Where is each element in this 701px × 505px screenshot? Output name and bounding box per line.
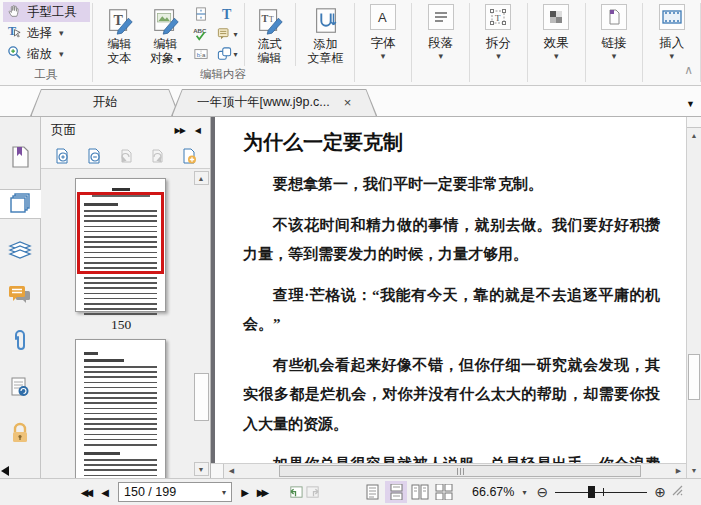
next-page-button[interactable]: ▶: [236, 482, 254, 502]
split-label: 拆分: [486, 35, 511, 52]
page-number-input[interactable]: 150 / 199 ▾: [118, 482, 232, 502]
previous-page-button[interactable]: ◀: [96, 482, 114, 502]
pages-panel-toolbar: [41, 144, 210, 169]
panel-collapse-icon[interactable]: ◀: [195, 126, 200, 135]
effect-icon: [543, 4, 569, 30]
horizontal-scroll-track[interactable]: [239, 464, 671, 478]
thumbnail-page-151[interactable]: [75, 339, 166, 478]
ribbon-group-tools: 手型工具 T 选择 ▾ 缩放 ▾ 工具: [0, 0, 92, 85]
horizontal-scrollbar[interactable]: ◀ ▶: [211, 463, 686, 478]
pdf-page[interactable]: 为什么一定要克制 要想拿第一，我们平时一定要非常克制。 不该花时间和精力做的事情…: [215, 117, 686, 463]
split-page-button[interactable]: [193, 6, 209, 22]
select-tool-button[interactable]: T 选择 ▾: [3, 23, 90, 43]
pages-panel-button[interactable]: [0, 189, 41, 219]
comments-panel-button[interactable]: [0, 281, 41, 311]
previous-view-button[interactable]: [286, 482, 304, 502]
signatures-panel-button[interactable]: [0, 373, 41, 403]
thumb-text-lines: [84, 277, 157, 315]
vertical-scroll-thumb[interactable]: [688, 354, 700, 400]
continuous-facing-view-button[interactable]: [433, 481, 455, 503]
tab-start[interactable]: 开始: [30, 89, 180, 116]
document-paragraph: 有些机会看起来好像不错，但你仔细一研究就会发现，其实很多都是烂机会，对你并没有什…: [243, 351, 660, 440]
zoom-slider-thumb[interactable]: [588, 486, 595, 498]
attachments-panel-button[interactable]: [0, 327, 41, 357]
document-viewport[interactable]: 为什么一定要克制 要想拿第一，我们平时一定要非常克制。 不该花时间和精力做的事情…: [211, 117, 686, 463]
tab-document-label: 一年顶十年[www.j9p.c...: [197, 94, 330, 111]
continuous-view-button[interactable]: [385, 481, 407, 503]
split-view-handle[interactable]: [687, 117, 701, 128]
vertical-scroll-track[interactable]: [687, 143, 701, 463]
ribbon-divider: [244, 3, 245, 66]
single-page-view-button[interactable]: [361, 481, 383, 503]
layers-panel-button[interactable]: [0, 235, 41, 265]
zoom-out-button[interactable]: ⊖: [536, 485, 548, 499]
edit-object-button[interactable]: 编辑 对象 ▾: [143, 0, 189, 69]
rotate-right-button[interactable]: [148, 147, 166, 165]
font-button[interactable]: A 字体 ▾: [355, 0, 412, 85]
horizontal-scroll-thumb[interactable]: [279, 465, 641, 477]
chevron-down-icon: ▾: [381, 52, 386, 60]
find-replace-button[interactable]: ba: [193, 46, 209, 62]
ribbon-divider: [295, 3, 296, 66]
scroll-up-icon[interactable]: ▲: [687, 128, 701, 143]
bookmarks-panel-button[interactable]: [0, 143, 41, 173]
edit-text-button[interactable]: T 编辑 文本: [97, 0, 143, 69]
zoom-tool-button[interactable]: 缩放 ▾: [3, 44, 90, 64]
document-paragraph: 不该花时间和精力做的事情，就别去做。我们要好好积攒力量，等到需要发力的时候，力量…: [243, 211, 660, 270]
scroll-right-icon[interactable]: ▶: [671, 464, 686, 478]
facing-view-button[interactable]: [409, 481, 431, 503]
panel-expand-icon[interactable]: ▶▶: [175, 126, 185, 135]
select-tool-label: 选择: [27, 25, 52, 42]
chevron-down-icon: ▾: [234, 50, 238, 59]
security-panel-button[interactable]: [0, 419, 41, 449]
zoom-in-button[interactable]: ⊕: [654, 485, 666, 499]
edit-object-label: 编辑 对象 ▾: [150, 37, 181, 67]
vertical-scrollbar[interactable]: ▲ ▼: [686, 117, 701, 478]
rotate-left-button[interactable]: [117, 147, 135, 165]
status-bar: ◀◀ ◀ 150 / 199 ▾ ▶ ▶▶ 66.67% ▾: [0, 478, 701, 505]
tab-document[interactable]: 一年顶十年[www.j9p.c... ×: [171, 89, 377, 116]
svg-text:T: T: [222, 7, 232, 22]
scroll-up-icon[interactable]: ▲: [194, 171, 209, 185]
thumbnail-zoom-in-button[interactable]: [53, 147, 71, 165]
scrollbar-corner-box[interactable]: [211, 464, 224, 478]
last-page-button[interactable]: ▶▶: [254, 482, 272, 502]
zoom-slider[interactable]: [555, 485, 647, 499]
hand-tool-button[interactable]: 手型工具: [3, 2, 90, 22]
thumbnail-page-150[interactable]: [75, 178, 166, 312]
add-article-box-button[interactable]: 添加 文章框: [298, 0, 354, 69]
callout-button[interactable]: ▾: [217, 26, 238, 42]
link-label: 链接: [601, 35, 626, 52]
split-icon: T: [485, 4, 511, 30]
hand-icon: [7, 3, 22, 21]
scroll-down-icon[interactable]: ▼: [194, 462, 209, 476]
document-paragraph: 要想拿第一，我们平时一定要非常克制。: [243, 170, 660, 200]
zoom-level-select[interactable]: 66.67% ▾: [472, 485, 526, 499]
link-button[interactable]: 链接 ▾: [586, 0, 643, 85]
paragraph-label: 段落: [428, 35, 453, 52]
paragraph-button[interactable]: 段落 ▾: [412, 0, 469, 85]
effect-button[interactable]: 效果 ▾: [528, 0, 585, 85]
first-page-button[interactable]: ◀◀: [78, 482, 96, 502]
thumbnail-scroll-track[interactable]: [194, 185, 209, 462]
shapes-button[interactable]: ▾: [217, 46, 238, 62]
add-text-button[interactable]: T: [217, 6, 238, 22]
scroll-left-icon[interactable]: ◀: [224, 464, 239, 478]
close-icon[interactable]: ×: [344, 95, 352, 110]
zoom-slider-tick: [603, 488, 604, 496]
window-resize-grip[interactable]: [672, 485, 683, 499]
ribbon-collapse-button[interactable]: ∧: [684, 63, 693, 77]
spellcheck-button[interactable]: ABC: [193, 26, 209, 42]
thumbnail-scrollbar[interactable]: ▲ ▼: [193, 171, 209, 476]
thumbnail-scroll-thumb[interactable]: [194, 373, 209, 421]
thumbnail-list: 150 ▲ ▼: [41, 169, 210, 478]
split-button[interactable]: T 拆分 ▾: [470, 0, 527, 85]
next-view-button[interactable]: [304, 482, 322, 502]
scroll-down-icon[interactable]: ▼: [687, 463, 701, 478]
panel-corner-toggle[interactable]: [1, 466, 9, 476]
tab-list-menu-icon[interactable]: ▼: [686, 99, 695, 109]
new-page-button[interactable]: [180, 147, 198, 165]
flow-edit-button[interactable]: TT 流式 编辑: [247, 0, 293, 69]
thumb-subheading-bar: [84, 452, 120, 455]
thumbnail-zoom-out-button[interactable]: [85, 147, 103, 165]
